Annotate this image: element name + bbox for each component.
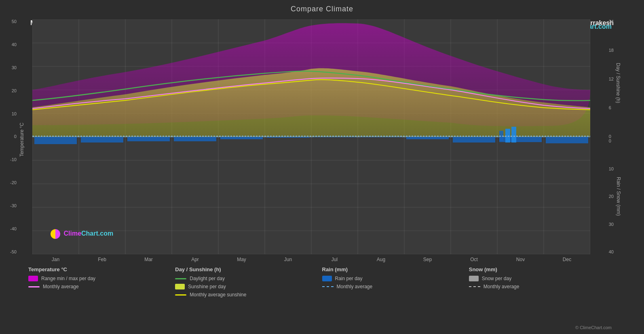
legend-daylight: Daylight per day — [175, 276, 322, 281]
svg-rect-25 — [81, 137, 123, 143]
y-tick-m50: -50 — [10, 250, 17, 254]
copyright: © ClimeChart.com — [575, 325, 612, 330]
svg-rect-32 — [406, 137, 449, 139]
legend-temp-avg-label: Monthly average — [43, 284, 79, 289]
y-tick-m40: -40 — [10, 227, 17, 231]
y-tick-0: 0 — [14, 134, 17, 139]
y-tick-rb-30: 30 — [609, 222, 614, 227]
x-tick-feb: Feb — [79, 257, 125, 262]
legend-sunshine-swatch-box — [175, 284, 185, 289]
legend-group-rain: Rain (mm) Rain per day Monthly average — [322, 266, 469, 300]
legend-sunshine-swatch: Sunshine per day — [175, 284, 322, 289]
y-tick-rb-0: 0 — [609, 139, 611, 143]
logo-text-bottom: ClimeChart.com — [63, 230, 113, 237]
legend-snow-title: Snow (mm) — [469, 266, 616, 272]
y-tick-r-24: 24 — [609, 19, 614, 24]
y-tick-40: 40 — [12, 43, 17, 47]
legend-snow-swatch-label: Snow per day — [482, 276, 511, 281]
legend-sunshine-swatch-label: Sunshine per day — [188, 284, 226, 289]
legend-sunshine-avg-label: Monthly average sunshine — [190, 292, 246, 298]
legend-snow-swatch: Snow per day — [469, 276, 616, 281]
legend-group-sunshine: Day / Sunshine (h) Daylight per day Suns… — [175, 266, 322, 300]
svg-rect-35 — [505, 129, 510, 143]
y-tick-10: 10 — [12, 112, 17, 116]
x-tick-apr: Apr — [172, 257, 218, 262]
y-tick-30: 30 — [12, 66, 17, 70]
legend-rain-swatch: Rain per day — [322, 276, 469, 281]
legend-temp-avg-line — [28, 286, 40, 287]
legend-sunshine-avg: Monthly average sunshine — [175, 292, 322, 298]
x-tick-nov: Nov — [497, 257, 544, 262]
legend-rain-title: Rain (mm) — [322, 266, 469, 272]
y-tick-r-6: 6 — [609, 106, 611, 110]
page-title: Compare Climate — [0, 0, 644, 13]
logo-bottom-left: ClimeChart.com — [51, 229, 113, 239]
legend: Temperature °C Range min / max per day M… — [0, 258, 644, 300]
legend-snow-avg-line — [469, 286, 480, 287]
legend-rain-swatch-label: Rain per day — [335, 276, 363, 281]
y-tick-50: 50 — [12, 19, 17, 24]
y-axis-left-label: Temperature °C — [19, 123, 25, 157]
y-tick-m20: -20 — [10, 181, 17, 185]
y-axis-left-ticks: 50 40 30 20 10 0 -10 -20 -30 -40 -50 — [10, 19, 17, 254]
chart-canvas — [32, 19, 590, 254]
svg-rect-30 — [313, 137, 356, 137]
svg-rect-33 — [453, 137, 495, 143]
legend-group-temperature: Temperature °C Range min / max per day M… — [28, 266, 175, 300]
legend-sunshine-title: Day / Sunshine (h) — [175, 266, 322, 272]
chart-svg — [32, 19, 590, 254]
y-tick-m10: -10 — [10, 157, 17, 162]
legend-rain-avg-line — [322, 286, 334, 287]
legend-snow-avg: Monthly average — [469, 284, 616, 289]
y-tick-20: 20 — [12, 89, 17, 93]
y-tick-rb-10: 10 — [609, 167, 614, 171]
y-tick-rb-40: 40 — [609, 250, 614, 254]
logo-clime-bottom: Clime — [63, 230, 81, 237]
y-axis-right-top-label: Day / Sunshine (h) — [615, 63, 621, 103]
svg-rect-31 — [360, 137, 402, 137]
svg-rect-38 — [546, 137, 588, 143]
legend-rain-swatch-box — [322, 276, 332, 281]
y-tick-m30: -30 — [10, 204, 17, 208]
legend-rain-avg: Monthly average — [322, 284, 469, 289]
y-tick-r-18: 18 — [609, 48, 614, 53]
x-tick-aug: Aug — [358, 257, 404, 262]
x-tick-jun: Jun — [265, 257, 311, 262]
x-tick-jul: Jul — [311, 257, 358, 262]
legend-rain-avg-label: Monthly average — [337, 284, 373, 289]
svg-rect-29 — [267, 137, 309, 138]
legend-snow-swatch-box — [469, 276, 479, 281]
page-container: Compare Climate Marrakesh Marrakesh Clim… — [0, 0, 644, 334]
y-axis-right-top-ticks: 24 18 12 6 0 — [609, 19, 614, 139]
legend-daylight-label: Daylight per day — [190, 276, 225, 281]
legend-temp-title: Temperature °C — [28, 266, 175, 272]
legend-temp-range: Range min / max per day — [28, 276, 175, 281]
logo-chart-bottom: Chart.com — [81, 230, 113, 237]
svg-rect-27 — [174, 137, 216, 141]
x-tick-jan: Jan — [32, 257, 79, 262]
x-tick-sep: Sep — [404, 257, 451, 262]
y-axis-right-bottom-ticks: 0 10 20 30 40 — [609, 139, 614, 254]
x-tick-mar: Mar — [125, 257, 172, 262]
legend-temp-range-label: Range min / max per day — [41, 276, 95, 281]
x-tick-dec: Dec — [544, 257, 590, 262]
legend-sunshine-avg-line — [175, 294, 186, 296]
svg-rect-24 — [34, 137, 77, 144]
y-tick-r-12: 12 — [609, 77, 614, 81]
legend-group-snow: Snow (mm) Snow per day Monthly average — [469, 266, 616, 300]
svg-rect-36 — [511, 127, 516, 143]
legend-temp-avg: Monthly average — [28, 284, 175, 289]
x-tick-may: May — [218, 257, 265, 262]
x-tick-oct: Oct — [451, 257, 497, 262]
legend-snow-avg-label: Monthly average — [484, 284, 519, 289]
legend-daylight-line — [175, 278, 186, 279]
y-tick-rb-20: 20 — [609, 194, 614, 199]
x-axis: Jan Feb Mar Apr May Jun Jul Aug Sep Oct … — [32, 254, 590, 262]
logo-icon-bottom — [51, 229, 60, 239]
legend-temp-range-swatch — [28, 276, 38, 281]
y-axis-right-bottom-label: Rain / Snow (mm) — [616, 177, 621, 216]
svg-rect-28 — [220, 137, 263, 139]
svg-rect-26 — [127, 137, 170, 141]
